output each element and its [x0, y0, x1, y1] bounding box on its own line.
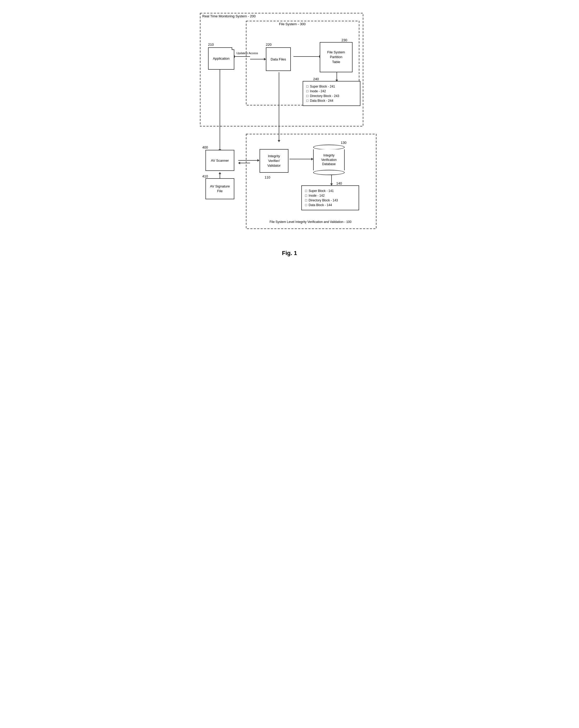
- av-scanner-box: AV Scanner: [205, 150, 234, 171]
- upper-blocks-ref: 240: [313, 77, 319, 81]
- fig-caption: Fig. 1: [197, 250, 382, 257]
- integrity-verifier-box: Integrity Verifier/ Validator: [259, 149, 288, 173]
- lower-blocks-ref: 140: [336, 181, 342, 185]
- diagram-area: Real Time Monitoring System - 200 File S…: [197, 10, 382, 242]
- page-container: Real Time Monitoring System - 200 File S…: [197, 10, 382, 257]
- application-box: Application: [208, 47, 234, 70]
- svg-marker-6: [264, 58, 266, 60]
- svg-marker-22: [311, 158, 313, 160]
- svg-marker-18: [257, 159, 259, 162]
- upper-block-item-2: Inode - 242: [306, 89, 357, 93]
- lower-block-item-4: Data Block - 144: [305, 203, 355, 207]
- upper-block-item-3: Directory Block - 243: [306, 94, 357, 98]
- data-files-box: Data Files: [266, 47, 291, 71]
- data-files-ref: 220: [266, 43, 272, 47]
- av-signature-ref: 410: [202, 174, 208, 178]
- lower-box-label: File System Level Integrity Verification…: [247, 220, 374, 224]
- lower-block-item-1: Super Block - 141: [305, 189, 355, 193]
- lower-block-item-3: Directory Block - 143: [305, 198, 355, 202]
- integrity-verifier-ref: 110: [265, 175, 270, 179]
- fs-partition-ref: 230: [341, 38, 347, 42]
- lower-block-item-2: Inode - 142: [305, 193, 355, 198]
- upper-block-item-4: Data Block - 244: [306, 99, 357, 103]
- av-scanner-ref: 400: [202, 146, 208, 149]
- upper-fs-blocks: Super Block - 241 Inode - 242 Directory …: [303, 81, 360, 106]
- svg-rect-2: [246, 134, 376, 229]
- integrity-db-cylinder: Integrity Verification Database: [313, 145, 345, 175]
- lower-fs-blocks: Super Block - 141 Inode - 142 Directory …: [301, 185, 359, 210]
- fs-partition-box: File System Partition Table: [320, 42, 353, 72]
- file-system-label: File System - 300: [279, 22, 305, 26]
- svg-marker-28: [219, 172, 221, 174]
- integrity-db-ref: 130: [341, 141, 347, 145]
- svg-marker-24: [330, 183, 333, 185]
- application-ref: 210: [208, 43, 214, 47]
- updates-access-label: Updates/ Access: [237, 51, 258, 55]
- svg-marker-8: [278, 140, 280, 142]
- av-signature-box: AV Signature File: [205, 178, 234, 199]
- upper-block-item-1: Super Block - 241: [306, 84, 357, 88]
- svg-marker-20: [238, 162, 240, 164]
- outer-box-label: Real Time Monitoring System - 200: [202, 14, 256, 18]
